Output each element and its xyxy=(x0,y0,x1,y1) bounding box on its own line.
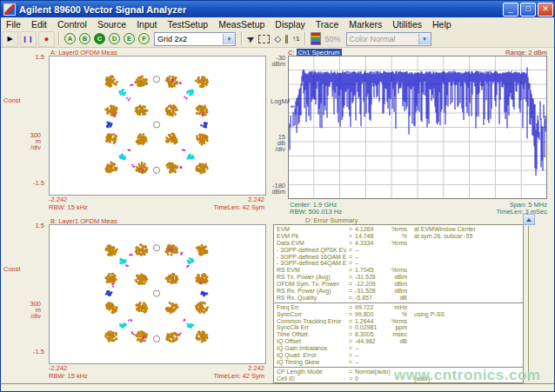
error-summary-row: RS Rx. Quality=-5.857dB xyxy=(274,295,523,302)
error-summary-row: RS EVM=1.7045%rms xyxy=(274,267,523,274)
error-summary-row: Freq Err=99.722mHz xyxy=(274,304,523,311)
menu-source[interactable]: Source xyxy=(92,19,131,30)
section-separator xyxy=(274,302,523,303)
menu-file[interactable]: File xyxy=(1,19,26,30)
pointer-tool-icon[interactable]: ➤ xyxy=(245,33,257,45)
grid-layout-select[interactable]: Grid 2x2 ▼ xyxy=(154,32,236,46)
scrollbar-track[interactable] xyxy=(528,226,529,381)
record-icon: ● xyxy=(44,35,49,43)
zoom-box-tool-icon[interactable] xyxy=(258,35,270,43)
color-palette-icon[interactable] xyxy=(311,32,321,45)
menu-edit[interactable]: Edit xyxy=(26,19,52,30)
error-summary-row: RS Tx. Power (Avg)=-31.528dBm xyxy=(274,274,523,281)
title-bar[interactable]: Agilent 89600 Vector Signal Analyzer _ □… xyxy=(1,1,555,17)
chevron-down-icon[interactable]: ▼ xyxy=(223,34,235,44)
play-icon: ▶ xyxy=(7,35,12,43)
x-axis-left-label: -2.242 xyxy=(49,196,67,203)
x-axis-right-label: 2.242 xyxy=(248,364,264,372)
trace-button-e[interactable]: E xyxy=(124,33,135,44)
y-axis-name: Const xyxy=(3,265,21,273)
quadrant-d: D: Error Summary EVM=4.1269%rmsat EVMWin… xyxy=(271,216,555,392)
y-axis-bottom-label: -1.5 xyxy=(15,348,44,355)
quadrant-b: B: Layer1 OFDM Meas 1.5 Const 300 m /div… xyxy=(1,216,271,383)
pause-icon: ❙❙ xyxy=(23,36,35,43)
x-axis-left-label: -2.242 xyxy=(49,364,67,372)
quadrant-c: C: Ch1 Spectrum Range: 2 dBm -30 dBm Log… xyxy=(271,47,555,216)
menu-help[interactable]: Help xyxy=(427,19,457,30)
toolbar: ▶ ❙❙ ● ABCDEF Grid 2x2 ▼ ➤ ◇ ∥ ↑1 50% Co… xyxy=(1,30,555,48)
rbw-label: RBW: 15 kHz xyxy=(49,203,88,211)
toolbar-separator xyxy=(58,32,60,45)
trace-button-c[interactable]: C xyxy=(94,33,105,44)
rbw-label: RBW: 500.013 Hz xyxy=(290,208,342,216)
band-markers-tool-icon[interactable]: ∥ xyxy=(284,34,289,43)
zoom-percent-label: 50% xyxy=(325,35,341,43)
error-summary-row: IQ Timing Skew=-- xyxy=(274,359,523,366)
scale-per-div-suffix: /div xyxy=(15,143,41,151)
constellation-svg-a xyxy=(50,56,264,193)
chevron-down-icon: ▼ xyxy=(418,34,431,44)
y-axis-top-label: 1.5 xyxy=(15,222,44,229)
close-button[interactable]: ✕ xyxy=(538,3,553,17)
timelen-label: TimeLen: 42 Sym xyxy=(214,372,265,380)
y-axis-bottom-label: -1.5 xyxy=(15,179,44,187)
pause-button[interactable]: ❙❙ xyxy=(20,31,37,47)
error-summary-row: IQ Quad. Error=-- xyxy=(274,352,523,359)
record-button[interactable]: ● xyxy=(38,31,55,47)
y-axis-name: Const xyxy=(3,96,21,104)
trace-button-d[interactable]: D xyxy=(109,33,120,44)
minimize-button[interactable]: _ xyxy=(503,3,518,17)
scale-per-div-suffix: /div xyxy=(271,145,285,153)
error-summary-row: Data EVM=4.3334%rms xyxy=(274,240,523,247)
menu-input[interactable]: Input xyxy=(131,19,162,30)
menu-display[interactable]: Display xyxy=(270,19,310,30)
constellation-plot-a[interactable] xyxy=(49,56,266,196)
error-summary-row: RS Rx. Power (Avg)=-31.528dBm xyxy=(274,288,523,295)
error-summary-list: EVM=4.1269%rmsat EVMWindow CenterEVM Pk=… xyxy=(273,224,524,383)
menu-utilities[interactable]: Utilities xyxy=(387,19,427,30)
error-summary-row: SyncClk Err=0.02981ppm xyxy=(274,324,523,331)
color-mode-value: Color Normal xyxy=(347,35,418,43)
toolbar-separator xyxy=(304,32,306,45)
constellation-svg-b xyxy=(50,225,264,362)
x-axis-right-label: 2.242 xyxy=(248,196,264,203)
error-summary-row: Common Tracking Error=1.2644%rms xyxy=(274,318,523,325)
quad-d-title[interactable]: D: Error Summary xyxy=(305,216,358,224)
timelen-label: TimeLen: 3 mSec xyxy=(497,208,548,216)
y-axis-top-label: 1.5 xyxy=(15,53,44,61)
trace-button-b[interactable]: B xyxy=(79,33,90,44)
error-summary-row: - 3GPP-defined 64QAM EVM=-- xyxy=(274,260,523,267)
toolbar-separator xyxy=(241,32,243,45)
error-summary-row: OFDM Sym. Tx. Power=-12.209dBm xyxy=(274,281,523,288)
trace-button-f[interactable]: F xyxy=(138,33,150,44)
error-summary-row: Time Offset=8.3005msec xyxy=(274,331,523,338)
menu-testsetup[interactable]: TestSetup xyxy=(163,19,214,30)
color-mode-select: Color Normal ▼ xyxy=(346,32,431,46)
menu-control[interactable]: Control xyxy=(52,19,92,30)
menu-markers[interactable]: Markers xyxy=(344,19,387,30)
quadrant-a: A: Layer0 OFDM Meas 1.5 Const 300 m /div… xyxy=(1,47,271,216)
grid-layout-value: Grid 2x2 xyxy=(155,35,223,43)
trace-button-a[interactable]: A xyxy=(64,33,76,44)
maximize-button[interactable]: □ xyxy=(520,3,536,17)
y-axis-bottom-unit: dBm xyxy=(271,188,285,196)
constellation-plot-b[interactable] xyxy=(49,224,266,364)
watermark: www.cntronics.com xyxy=(394,367,540,384)
error-summary-row: EVM=4.1269%rmsat EVMWindow Center xyxy=(274,226,523,233)
spectrum-svg xyxy=(288,56,547,199)
start-measurement-button[interactable]: ▶ xyxy=(2,31,18,47)
trace-letter-buttons: ABCDEF xyxy=(63,33,151,44)
marker-diamond-tool-icon[interactable]: ◇ xyxy=(274,34,281,43)
menu-meassetup[interactable]: MeasSetup xyxy=(213,19,270,30)
scale-per-div-suffix: /div xyxy=(15,312,41,320)
scroll-up-button[interactable] xyxy=(523,214,535,225)
marker-to-peak-tool-icon[interactable]: ↑1 xyxy=(292,35,299,43)
timelen-label: TimeLen: 42 Sym xyxy=(214,203,265,211)
error-summary-row: IQ Gain Imbalance=-- xyxy=(274,345,523,352)
error-summary-row: - 3GPP-defined QPSK EVM=-- xyxy=(274,247,523,254)
menu-trace[interactable]: Trace xyxy=(311,19,344,30)
y-axis-top-unit: dBm xyxy=(271,60,285,68)
app-window: Agilent 89600 Vector Signal Analyzer _ □… xyxy=(0,0,555,392)
spectrum-plot[interactable] xyxy=(288,56,547,199)
error-summary-row: SyncCorr=99.800%using P-SS xyxy=(274,311,523,318)
